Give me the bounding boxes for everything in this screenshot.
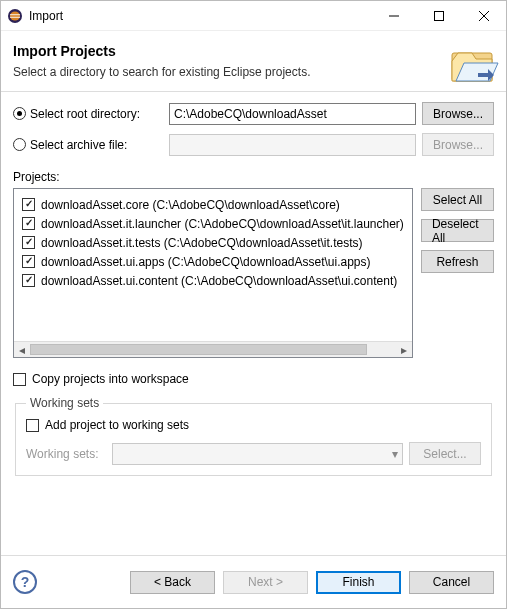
- close-button[interactable]: [461, 1, 506, 30]
- deselect-all-button[interactable]: Deselect All: [421, 219, 494, 242]
- working-sets-legend: Working sets: [26, 396, 103, 410]
- content-area: Select root directory: Browse... Select …: [1, 92, 506, 555]
- back-button[interactable]: < Back: [130, 571, 215, 594]
- svg-rect-3: [10, 16, 20, 17]
- refresh-button[interactable]: Refresh: [421, 250, 494, 273]
- wizard-header: Import Projects Select a directory to se…: [1, 31, 506, 91]
- checkbox-icon: [22, 274, 35, 287]
- root-dir-label: Select root directory:: [30, 107, 140, 121]
- archive-file-input: [169, 134, 416, 156]
- cancel-button[interactable]: Cancel: [409, 571, 494, 594]
- horizontal-scrollbar[interactable]: ◂ ▸: [14, 341, 412, 357]
- working-sets-label: Working sets:: [26, 447, 106, 461]
- next-button: Next >: [223, 571, 308, 594]
- eclipse-icon: [7, 8, 23, 24]
- project-label: downloadAsset.ui.apps (C:\AdobeCQ\downlo…: [41, 255, 371, 269]
- window-title: Import: [29, 9, 371, 23]
- project-label: downloadAsset.it.launcher (C:\AdobeCQ\do…: [41, 217, 404, 231]
- import-dialog: Import Import Projects Select a director…: [0, 0, 507, 609]
- scroll-right-icon[interactable]: ▸: [396, 342, 412, 358]
- checkbox-icon: [22, 198, 35, 211]
- page-title: Import Projects: [13, 43, 310, 59]
- working-sets-group: Working sets Add project to working sets…: [15, 396, 492, 476]
- import-folder-icon: [444, 37, 500, 96]
- scroll-left-icon[interactable]: ◂: [14, 342, 30, 358]
- archive-file-option[interactable]: Select archive file:: [13, 138, 163, 152]
- button-bar: ? < Back Next > Finish Cancel: [1, 555, 506, 608]
- browse-archive-button: Browse...: [422, 133, 494, 156]
- project-item[interactable]: downloadAsset.ui.apps (C:\AdobeCQ\downlo…: [18, 252, 408, 271]
- project-item[interactable]: downloadAsset.core (C:\AdobeCQ\downloadA…: [18, 195, 408, 214]
- svg-rect-2: [10, 14, 20, 15]
- checkbox-icon: [22, 217, 35, 230]
- titlebar: Import: [1, 1, 506, 31]
- working-sets-combo: ▾: [112, 443, 403, 465]
- archive-file-label: Select archive file:: [30, 138, 127, 152]
- checkbox-icon: [26, 419, 39, 432]
- help-icon[interactable]: ?: [13, 570, 37, 594]
- checkbox-icon: [22, 236, 35, 249]
- maximize-button[interactable]: [416, 1, 461, 30]
- page-subtitle: Select a directory to search for existin…: [13, 65, 310, 79]
- svg-point-1: [10, 11, 20, 20]
- scroll-thumb[interactable]: [30, 344, 367, 355]
- copy-projects-label: Copy projects into workspace: [32, 372, 189, 386]
- project-label: downloadAsset.core (C:\AdobeCQ\downloadA…: [41, 198, 340, 212]
- radio-icon: [13, 138, 26, 151]
- minimize-button[interactable]: [371, 1, 416, 30]
- checkbox-icon: [22, 255, 35, 268]
- chevron-down-icon: ▾: [392, 447, 398, 461]
- radio-icon: [13, 107, 26, 120]
- project-label: downloadAsset.it.tests (C:\AdobeCQ\downl…: [41, 236, 363, 250]
- finish-button[interactable]: Finish: [316, 571, 401, 594]
- root-dir-option[interactable]: Select root directory:: [13, 107, 163, 121]
- add-to-working-sets-option[interactable]: Add project to working sets: [26, 418, 481, 432]
- copy-projects-option[interactable]: Copy projects into workspace: [13, 372, 494, 386]
- checkbox-icon: [13, 373, 26, 386]
- select-working-sets-button: Select...: [409, 442, 481, 465]
- project-item[interactable]: downloadAsset.ui.content (C:\AdobeCQ\dow…: [18, 271, 408, 290]
- browse-root-button[interactable]: Browse...: [422, 102, 494, 125]
- root-dir-input[interactable]: [169, 103, 416, 125]
- project-item[interactable]: downloadAsset.it.tests (C:\AdobeCQ\downl…: [18, 233, 408, 252]
- project-item[interactable]: downloadAsset.it.launcher (C:\AdobeCQ\do…: [18, 214, 408, 233]
- project-label: downloadAsset.ui.content (C:\AdobeCQ\dow…: [41, 274, 397, 288]
- projects-list[interactable]: downloadAsset.core (C:\AdobeCQ\downloadA…: [13, 188, 413, 358]
- add-to-working-sets-label: Add project to working sets: [45, 418, 189, 432]
- select-all-button[interactable]: Select All: [421, 188, 494, 211]
- projects-label: Projects:: [13, 170, 494, 184]
- svg-rect-5: [434, 11, 443, 20]
